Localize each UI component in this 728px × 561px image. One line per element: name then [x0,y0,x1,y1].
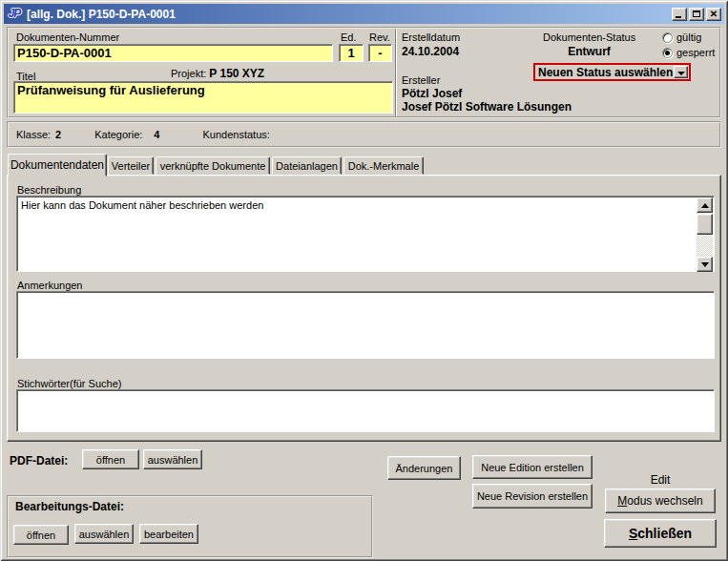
status-dropdown[interactable]: Neuen Status auswählen [533,63,691,81]
minimize-icon [676,16,681,18]
tab-dateianlagen[interactable]: Dateianlagen [272,156,342,175]
scroll-up-button[interactable] [697,197,713,213]
erstelldatum-value: 24.10.2004 [402,45,459,58]
bearbeitung-open-button[interactable]: öffnen [13,525,69,545]
beschreibung-field-frame: Hier kann das Dokument näher beschrieben… [16,196,715,272]
beschreibung-scrollbar[interactable] [697,197,713,272]
tab-panel-dokumentendaten: Beschreibung Hier kann das Dokument nähe… [7,175,721,442]
classification-bar: Klasse: 2 Kategorie: 4 Kundenstatus: [7,121,721,148]
bearbeitung-edit-button[interactable]: bearbeiten [139,524,198,544]
doc-number-field[interactable] [13,44,333,62]
radio-gesperrt-label: gesperrt [676,47,715,58]
ersteller-label: Ersteller [402,74,440,86]
app-logo-icon: JP [7,7,22,21]
beschreibung-label: Beschreibung [17,184,81,196]
tab-dokumentendaten[interactable]: Dokumentendaten [8,154,107,177]
tab-verteiler[interactable]: Verteiler [108,156,154,175]
maximize-icon [693,10,700,17]
anmerkungen-field-frame [16,291,715,359]
pdf-open-button[interactable]: öffnen [82,449,139,469]
ed-field[interactable]: 1 [339,44,364,62]
close-button[interactable]: ✕ [706,8,721,21]
beschreibung-textarea[interactable]: Hier kann das Dokument näher beschrieben… [18,197,697,270]
ersteller-name: Pötzl Josef [402,87,462,100]
tab-verknuepfte-dokumente[interactable]: verknüpfte Dokumente [156,156,270,175]
kundenstatus-label: Kundenstatus: [202,129,269,140]
ersteller-company: Josef Pötzl Software Lösungen [402,100,572,114]
scroll-down-button[interactable] [697,257,713,272]
triangle-up-icon [701,203,709,208]
window-title: [allg. Dok.] P150-D-PA-0001 [27,8,670,21]
radio-gueltig[interactable]: gültig [662,31,701,43]
minimize-button[interactable] [672,8,687,21]
doc-status-label: Dokumenten-Status [543,31,635,43]
bearbeitungs-datei-label: Bearbeitungs-Datei: [15,500,124,513]
bearbeitungs-datei-groupbox: Bearbeitungs-Datei: öffnen auswählen bea… [7,495,373,558]
klasse-label: Klasse: [16,129,51,140]
close-icon: ✕ [707,9,720,20]
modus-wechseln-button[interactable]: Modus wechseln [605,488,716,513]
radio-gesperrt-circle-icon[interactable] [662,48,673,58]
rev-label: Rev. [369,31,390,43]
radio-gesperrt[interactable]: gesperrt [662,47,715,58]
anmerkungen-label: Anmerkungen [17,280,83,291]
erstelldatum-label: Erstelldatum [402,31,460,43]
projekt-label: Projekt: [171,68,206,79]
status-dropdown-value: Neuen Status auswählen [535,66,674,79]
stichwoerter-label: Stichwörter(für Suche) [17,378,121,389]
pdf-select-button[interactable]: auswählen [143,449,202,469]
triangle-down-icon [701,262,709,267]
edit-mode-label: Edit [620,473,700,487]
document-header-panel: Dokumenten-Nummer Ed. 1 Rev. - Titel Pro… [7,27,721,118]
titlebar[interactable]: JP [allg. Dok.] P150-D-PA-0001 ✕ [4,4,724,24]
stichwoerter-textarea[interactable] [18,391,713,430]
stichwoerter-field-frame [16,389,715,432]
doc-number-label: Dokumenten-Nummer [16,31,119,43]
aenderungen-button[interactable]: Änderungen [387,456,461,480]
app-window: JP [allg. Dok.] P150-D-PA-0001 ✕ Dokumen… [0,0,728,561]
kategorie-value: 4 [154,129,159,140]
schliessen-button[interactable]: Schließen [604,519,717,548]
projekt-line: Projekt: P 150 XYZ [171,67,264,80]
panel-divider [395,29,397,116]
rev-field[interactable]: - [368,44,392,62]
pdf-datei-label: PDF-Datei: [10,454,68,468]
radio-gueltig-label: gültig [676,31,701,43]
projekt-value: P 150 XYZ [209,67,264,80]
titel-field[interactable]: Prüfanweisung für Auslieferung [13,81,393,114]
kategorie-label: Kategorie: [94,129,142,140]
neue-revision-button[interactable]: Neue Revision erstellen [472,484,593,509]
anmerkungen-textarea[interactable] [18,293,713,357]
chevron-down-icon [677,72,685,75]
klasse-value: 2 [55,129,61,140]
ed-label: Ed. [341,31,357,43]
doc-status-value: Entwurf [543,45,635,58]
bearbeitung-select-button[interactable]: auswählen [74,524,134,544]
radio-gueltig-circle-icon[interactable] [662,32,673,43]
scroll-thumb[interactable] [697,214,713,235]
neue-edition-button[interactable]: Neue Edition erstellen [472,455,593,479]
tab-dok-merkmale[interactable]: Dok.-Merkmale [343,156,424,175]
status-dropdown-button[interactable] [674,66,688,78]
maximize-button[interactable] [689,8,704,21]
